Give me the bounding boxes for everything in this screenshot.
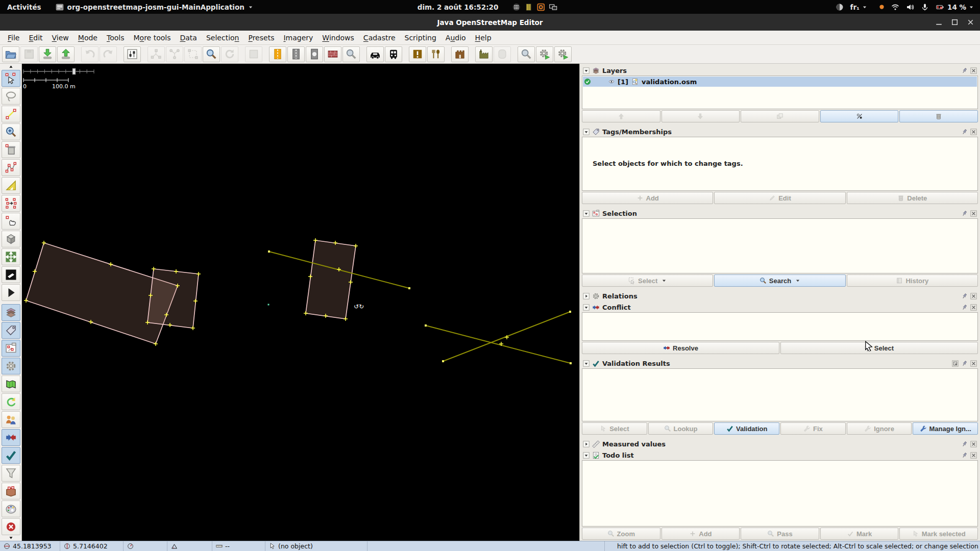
improve-accuracy-button[interactable]	[2, 266, 20, 283]
layer-row[interactable]: [1] validation.osm	[583, 77, 977, 87]
building-way[interactable]	[148, 269, 199, 328]
minimize-button[interactable]	[935, 18, 943, 27]
pan-button[interactable]	[2, 248, 20, 265]
selection-history-button[interactable]: History	[847, 274, 978, 287]
toggle-filter-button[interactable]	[2, 465, 20, 482]
keyboard-layout-indicator[interactable]: fr₁	[850, 3, 867, 11]
menu-file[interactable]: File	[3, 32, 24, 44]
collapse-button[interactable]	[583, 129, 590, 135]
download-in-view-button[interactable]	[245, 46, 262, 62]
validation-ignore-button[interactable]: Ignore	[847, 422, 912, 435]
pin-icon[interactable]	[961, 452, 968, 459]
draw-way-button[interactable]	[2, 159, 20, 176]
close-icon[interactable]	[970, 441, 977, 447]
open-button[interactable]	[2, 46, 19, 62]
lasso-button[interactable]	[2, 88, 20, 105]
pin-icon[interactable]	[961, 360, 968, 367]
pin-icon[interactable]	[961, 129, 968, 135]
close-button[interactable]	[966, 18, 975, 27]
menu-imagery[interactable]: Imagery	[279, 32, 317, 44]
layer-delete-button[interactable]	[899, 110, 978, 122]
toggle-command-stack-button[interactable]	[2, 393, 20, 410]
toggle-validation-button[interactable]	[2, 447, 20, 464]
collapse-button[interactable]	[583, 210, 590, 217]
close-icon[interactable]	[970, 210, 977, 217]
preset-wall-button[interactable]	[324, 46, 341, 62]
zoom-slider[interactable]: 0100.0 m	[23, 68, 94, 90]
download-data-button[interactable]	[39, 46, 56, 62]
pin-icon[interactable]	[961, 441, 968, 447]
endpoint-node[interactable]	[268, 251, 270, 253]
menu-windows[interactable]: Windows	[317, 32, 359, 44]
wifi-icon[interactable]	[891, 3, 899, 11]
validation-fix-button[interactable]: Fix	[780, 422, 846, 435]
map-canvas[interactable]: ↺↻0100.0 m	[22, 64, 579, 541]
menu-scripting[interactable]: Scripting	[400, 32, 441, 44]
run-script-1-button[interactable]	[536, 46, 553, 62]
extrude-button[interactable]	[2, 231, 20, 247]
microphone-icon[interactable]	[921, 3, 929, 11]
menu-selection[interactable]: Selection	[202, 32, 244, 44]
parallel-way-button[interactable]	[2, 195, 20, 212]
grab-node-button[interactable]	[2, 213, 20, 230]
close-icon[interactable]	[970, 67, 977, 74]
menu-edit[interactable]: Edit	[24, 32, 47, 44]
indicator-tray-icon[interactable]	[524, 3, 532, 11]
draw-nodes-button[interactable]	[2, 106, 20, 122]
josm-tray-icon[interactable]	[536, 3, 545, 11]
menu-help[interactable]: Help	[471, 32, 496, 44]
todo-pass-button[interactable]: Pass	[741, 528, 819, 540]
preset-car-button[interactable]	[366, 46, 384, 62]
night-light-icon[interactable]	[836, 3, 844, 11]
close-icon[interactable]	[970, 304, 977, 311]
maximize-button[interactable]	[950, 18, 959, 27]
validation-select-button[interactable]: Select	[582, 422, 647, 435]
more-tools-expander-button[interactable]	[2, 284, 20, 301]
battery-indicator[interactable]: 14 %	[936, 3, 974, 11]
preset-misc-button[interactable]	[494, 46, 511, 62]
todo-add-button[interactable]: Add	[662, 528, 740, 540]
todo-mark-button[interactable]: Mark	[820, 528, 899, 540]
preset-search-button[interactable]	[342, 46, 360, 62]
preferences-button[interactable]	[124, 46, 141, 62]
menu-cadastre[interactable]: Cadastre	[359, 32, 400, 44]
menu-view[interactable]: View	[47, 32, 74, 44]
conflict-select-button[interactable]: Select	[780, 342, 978, 354]
toggle-layers-button[interactable]	[2, 304, 20, 321]
pin-icon[interactable]	[961, 67, 968, 74]
select-move-button[interactable]	[2, 70, 20, 87]
endpoint-node[interactable]	[442, 360, 444, 362]
expand-button[interactable]	[583, 441, 590, 447]
pin-icon[interactable]	[961, 304, 968, 311]
collapse-button[interactable]	[583, 452, 590, 459]
tag-edit-button[interactable]: Edit	[714, 192, 845, 204]
close-icon[interactable]	[970, 360, 977, 367]
selection-search-button[interactable]: Search	[714, 274, 845, 287]
menu-data[interactable]: Data	[176, 32, 202, 44]
toggle-todo-button[interactable]	[2, 483, 20, 499]
toggle-conflict-button[interactable]	[2, 429, 20, 446]
toggle-tags-button[interactable]	[2, 322, 20, 339]
run-script-2-button[interactable]	[554, 46, 572, 62]
upload-data-button[interactable]	[57, 46, 75, 62]
endpoint-node[interactable]	[569, 311, 571, 313]
menu-mode[interactable]: Mode	[74, 32, 102, 44]
toggle-map-paint-styles-button[interactable]	[2, 500, 20, 517]
preset-castle-button[interactable]	[451, 46, 469, 62]
angle-snapping-button[interactable]	[2, 177, 20, 194]
preset-hazard-button[interactable]	[409, 46, 426, 62]
menu-presets[interactable]: Presets	[243, 32, 279, 44]
unglue-ways-button[interactable]	[148, 46, 165, 62]
toggle-selection-button[interactable]	[2, 340, 20, 357]
window-titlebar[interactable]: Java OpenStreetMap Editor	[0, 14, 980, 31]
toggle-authors-button[interactable]	[2, 411, 20, 428]
orthogonalize-button[interactable]	[184, 46, 202, 62]
validation-validate-button[interactable]: Validation	[714, 422, 779, 435]
validation-lookup-button[interactable]: Lookup	[648, 422, 714, 435]
preset-restaurant-button[interactable]	[427, 46, 445, 62]
todo-zoom-button[interactable]: Zoom	[582, 528, 660, 540]
dock-icon[interactable]	[952, 360, 959, 367]
layer-move-up-button[interactable]	[582, 110, 660, 122]
collapse-button[interactable]	[583, 360, 590, 367]
system-monitor-tray-icon[interactable]	[512, 3, 520, 11]
